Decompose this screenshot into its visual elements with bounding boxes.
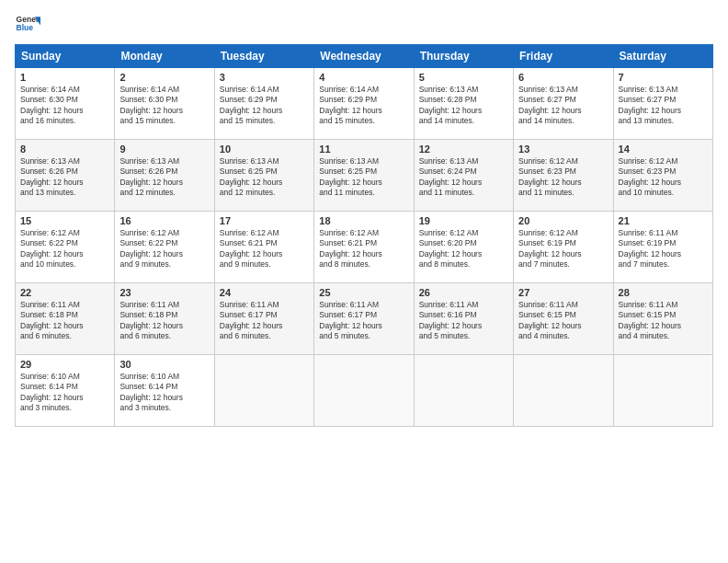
calendar-cell: 13Sunrise: 6:12 AMSunset: 6:23 PMDayligh… xyxy=(514,140,613,212)
daylight-minutes: and 10 minutes. xyxy=(20,259,109,270)
day-info: Sunrise: 6:13 AMSunset: 6:25 PMDaylight:… xyxy=(319,156,408,199)
daylight-hours: Daylight: 12 hours xyxy=(220,249,309,259)
day-info: Sunrise: 6:12 AMSunset: 6:23 PMDaylight:… xyxy=(518,156,608,199)
day-number: 22 xyxy=(20,287,109,298)
daylight-minutes: and 9 minutes. xyxy=(220,259,309,270)
sunset-text: Sunset: 6:18 PM xyxy=(20,310,109,320)
sunset-text: Sunset: 6:30 PM xyxy=(20,95,109,105)
sunset-text: Sunset: 6:17 PM xyxy=(319,310,408,320)
daylight-hours: Daylight: 12 hours xyxy=(119,106,209,116)
daylight-minutes: and 4 minutes. xyxy=(619,331,708,341)
weekday-monday: Monday xyxy=(115,45,214,68)
sunrise-text: Sunrise: 6:12 AM xyxy=(619,156,708,167)
day-number: 13 xyxy=(518,144,608,155)
daylight-minutes: and 14 minutes. xyxy=(419,116,508,126)
sunset-text: Sunset: 6:21 PM xyxy=(220,238,309,248)
sunset-text: Sunset: 6:19 PM xyxy=(619,238,708,248)
day-number: 4 xyxy=(319,72,408,83)
calendar-cell: 6Sunrise: 6:13 AMSunset: 6:27 PMDaylight… xyxy=(514,68,613,140)
calendar-cell: 19Sunrise: 6:12 AMSunset: 6:20 PMDayligh… xyxy=(414,212,513,283)
daylight-hours: Daylight: 12 hours xyxy=(419,249,508,259)
logo: General Blue xyxy=(15,11,40,37)
calendar-cell: 5Sunrise: 6:13 AMSunset: 6:28 PMDaylight… xyxy=(414,68,513,140)
daylight-hours: Daylight: 12 hours xyxy=(220,178,309,188)
daylight-minutes: and 8 minutes. xyxy=(319,259,408,270)
daylight-hours: Daylight: 12 hours xyxy=(419,178,508,188)
day-info: Sunrise: 6:13 AMSunset: 6:28 PMDaylight:… xyxy=(419,85,508,127)
day-info: Sunrise: 6:12 AMSunset: 6:23 PMDaylight:… xyxy=(619,156,708,199)
daylight-hours: Daylight: 12 hours xyxy=(20,393,109,403)
daylight-hours: Daylight: 12 hours xyxy=(20,106,109,116)
weekday-friday: Friday xyxy=(514,45,613,68)
weekday-tuesday: Tuesday xyxy=(214,45,313,68)
day-info: Sunrise: 6:12 AMSunset: 6:19 PMDaylight:… xyxy=(518,228,608,270)
sunset-text: Sunset: 6:15 PM xyxy=(619,310,708,320)
daylight-minutes: and 3 minutes. xyxy=(20,403,109,413)
calendar-cell: 9Sunrise: 6:13 AMSunset: 6:26 PMDaylight… xyxy=(115,140,214,212)
daylight-hours: Daylight: 12 hours xyxy=(419,321,508,331)
sunset-text: Sunset: 6:19 PM xyxy=(518,238,608,248)
day-number: 27 xyxy=(518,287,608,298)
daylight-hours: Daylight: 12 hours xyxy=(319,178,408,188)
sunrise-text: Sunrise: 6:11 AM xyxy=(518,300,608,310)
calendar-cell: 11Sunrise: 6:13 AMSunset: 6:25 PMDayligh… xyxy=(314,140,414,212)
day-info: Sunrise: 6:13 AMSunset: 6:24 PMDaylight:… xyxy=(419,156,508,199)
daylight-minutes: and 15 minutes. xyxy=(119,116,209,126)
sunset-text: Sunset: 6:27 PM xyxy=(518,95,608,105)
daylight-minutes: and 9 minutes. xyxy=(119,259,209,270)
sunset-text: Sunset: 6:22 PM xyxy=(20,238,109,248)
sunrise-text: Sunrise: 6:14 AM xyxy=(119,85,209,95)
calendar-cell: 20Sunrise: 6:12 AMSunset: 6:19 PMDayligh… xyxy=(514,212,613,283)
sunset-text: Sunset: 6:23 PM xyxy=(619,167,708,177)
daylight-minutes: and 7 minutes. xyxy=(619,259,708,270)
sunrise-text: Sunrise: 6:12 AM xyxy=(518,156,608,167)
calendar-cell: 26Sunrise: 6:11 AMSunset: 6:16 PMDayligh… xyxy=(414,283,513,355)
daylight-hours: Daylight: 12 hours xyxy=(119,249,209,259)
calendar-cell: 22Sunrise: 6:11 AMSunset: 6:18 PMDayligh… xyxy=(16,283,115,355)
day-info: Sunrise: 6:12 AMSunset: 6:22 PMDaylight:… xyxy=(20,228,109,270)
day-info: Sunrise: 6:12 AMSunset: 6:20 PMDaylight:… xyxy=(419,228,508,270)
sunrise-text: Sunrise: 6:12 AM xyxy=(20,228,109,238)
daylight-hours: Daylight: 12 hours xyxy=(419,106,508,116)
calendar-cell xyxy=(414,355,513,427)
day-number: 11 xyxy=(319,144,408,155)
week-row-5: 29Sunrise: 6:10 AMSunset: 6:14 PMDayligh… xyxy=(16,355,713,427)
sunrise-text: Sunrise: 6:14 AM xyxy=(20,85,109,95)
sunrise-text: Sunrise: 6:10 AM xyxy=(119,372,209,382)
daylight-minutes: and 6 minutes. xyxy=(20,331,109,341)
day-number: 25 xyxy=(319,287,408,298)
daylight-minutes: and 11 minutes. xyxy=(319,188,408,198)
sunrise-text: Sunrise: 6:11 AM xyxy=(220,300,309,310)
day-info: Sunrise: 6:11 AMSunset: 6:16 PMDaylight:… xyxy=(419,300,508,342)
daylight-hours: Daylight: 12 hours xyxy=(619,106,708,116)
calendar-cell: 14Sunrise: 6:12 AMSunset: 6:23 PMDayligh… xyxy=(613,140,712,212)
calendar-cell: 28Sunrise: 6:11 AMSunset: 6:15 PMDayligh… xyxy=(613,283,712,355)
daylight-minutes: and 6 minutes. xyxy=(119,331,209,341)
weekday-sunday: Sunday xyxy=(16,45,115,68)
sunrise-text: Sunrise: 6:13 AM xyxy=(619,85,708,95)
day-number: 14 xyxy=(619,144,708,155)
sunset-text: Sunset: 6:16 PM xyxy=(419,310,508,320)
daylight-minutes: and 11 minutes. xyxy=(518,188,608,198)
daylight-hours: Daylight: 12 hours xyxy=(319,249,408,259)
daylight-minutes: and 15 minutes. xyxy=(319,116,408,126)
sunrise-text: Sunrise: 6:12 AM xyxy=(419,228,508,238)
day-number: 19 xyxy=(419,215,508,226)
day-number: 26 xyxy=(419,287,508,298)
sunset-text: Sunset: 6:17 PM xyxy=(220,310,309,320)
day-info: Sunrise: 6:13 AMSunset: 6:27 PMDaylight:… xyxy=(619,85,708,127)
sunset-text: Sunset: 6:15 PM xyxy=(518,310,608,320)
day-number: 7 xyxy=(619,72,708,83)
calendar-cell: 27Sunrise: 6:11 AMSunset: 6:15 PMDayligh… xyxy=(514,283,613,355)
sunset-text: Sunset: 6:29 PM xyxy=(220,95,309,105)
sunset-text: Sunset: 6:22 PM xyxy=(119,238,209,248)
calendar-cell: 2Sunrise: 6:14 AMSunset: 6:30 PMDaylight… xyxy=(115,68,214,140)
day-info: Sunrise: 6:14 AMSunset: 6:30 PMDaylight:… xyxy=(119,85,209,127)
sunset-text: Sunset: 6:14 PM xyxy=(20,382,109,392)
day-info: Sunrise: 6:13 AMSunset: 6:25 PMDaylight:… xyxy=(220,156,309,199)
day-info: Sunrise: 6:12 AMSunset: 6:22 PMDaylight:… xyxy=(119,228,209,270)
daylight-minutes: and 8 minutes. xyxy=(419,259,508,270)
daylight-hours: Daylight: 12 hours xyxy=(518,249,608,259)
calendar-cell: 17Sunrise: 6:12 AMSunset: 6:21 PMDayligh… xyxy=(214,212,313,283)
day-number: 21 xyxy=(619,215,708,226)
